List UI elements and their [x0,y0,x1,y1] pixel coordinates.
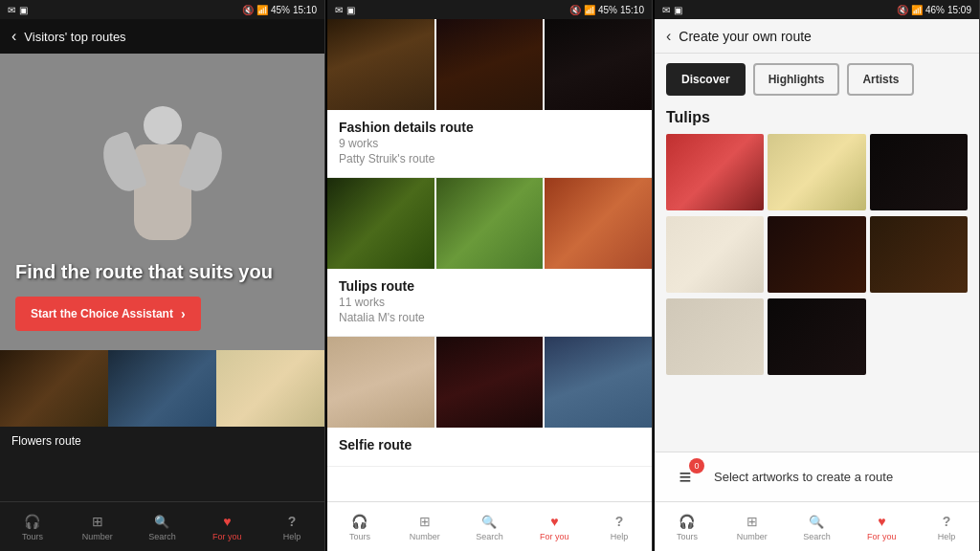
mute-icon-3: 🔇 [897,5,908,15]
wing-right [177,131,228,196]
art-item-tulip-dark[interactable] [870,134,968,210]
tab-foryou-2[interactable]: For you [522,509,587,545]
number-label-1: Number [82,532,113,541]
battery-text-2: 45% [598,5,617,15]
battery-text-3: 46% [925,5,945,15]
tab-number-3[interactable]: Number [720,509,785,545]
foryou-label-2: For you [540,532,569,541]
heart-icon-3 [878,513,885,530]
discover-tab-button[interactable]: Discover [666,63,746,96]
tab-bar-2: Tours Number Search For you Help [327,501,652,551]
panel-routes-list: ✉ ▣ 🔇 📶 45% 15:10 Fashion details route … [327,0,653,551]
category-tab-buttons: Discover Highlights Artists [655,54,979,105]
tab-tours-1[interactable]: Tours [0,509,65,545]
tab-tours-3[interactable]: Tours [655,509,720,545]
heart-icon-2 [550,513,558,530]
action-text: Select artworks to create a route [714,470,966,484]
back-button-3[interactable]: ‹ [666,28,671,45]
tab-help-2[interactable]: Help [587,509,652,545]
fashion-route-info: Fashion details route 9 works Patty Stru… [327,110,652,177]
help-label-2: Help [611,532,629,541]
tulips-route-info: Tulips route 11 works Natalia M's route [327,269,652,336]
fashion-img-1 [327,19,434,110]
nav-bar-1: ‹ Visitors' top routes [0,19,324,54]
art-item-portrait-collar[interactable] [768,216,865,293]
route-card-tulips[interactable]: Tulips route 11 works Natalia M's route [327,178,652,337]
search-icon-3 [809,513,824,530]
tab-search-3[interactable]: Search [785,509,850,545]
art-grid-row3 [666,298,968,375]
status-bar-left-2: ✉ ▣ [335,5,355,15]
thumbnail-2[interactable] [108,350,216,427]
foryou-label-1: For you [212,532,242,541]
statue-head [144,106,182,144]
help-label-1: Help [283,532,301,541]
art-item-lace[interactable] [666,298,764,375]
tours-icon-1 [24,513,40,530]
help-label-3: Help [938,532,956,541]
art-grid-row1 [666,134,968,210]
tab-number-1[interactable]: Number [65,509,130,545]
fashion-route-author: Patty Struik's route [339,152,640,165]
tab-help-3[interactable]: Help [914,509,979,545]
selfie-img-1 [327,337,434,428]
tours-icon-2 [351,513,368,530]
status-bar-left-3: ✉ ▣ [662,5,682,15]
tab-bar-1: Tours Number Search For you Help [0,501,324,551]
photo-icon: ▣ [19,5,28,15]
tulips-route-author: Natalia M's route [339,311,640,324]
search-label-3: Search [803,532,831,541]
battery-text: 45% [271,5,290,15]
artists-tab-button[interactable]: Artists [847,63,914,96]
tab-foryou-3[interactable]: For you [849,509,914,545]
status-bar-1: ✉ ▣ 🔇 📶 45% 15:10 [0,0,324,19]
status-bar-right-3: 🔇 📶 46% 15:09 [897,5,971,15]
fashion-route-name: Fashion details route [339,120,640,135]
tab-tours-2[interactable]: Tours [327,509,392,545]
choice-assistant-button[interactable]: Start the Choice Assistant › [15,297,201,331]
nav-title-1: Visitors' top routes [24,30,125,44]
foryou-label-3: For you [867,532,897,541]
art-item-empty [870,298,968,375]
selfie-img-2 [436,337,544,428]
thumbnail-1[interactable] [0,350,108,427]
tours-label-1: Tours [22,532,43,541]
signal-icon: 📶 [256,5,268,15]
message-icon-3: ✉ [662,5,670,15]
tours-label-2: Tours [349,532,370,541]
route-card-selfie[interactable]: Selfie route [327,337,652,467]
number-icon-2 [419,513,431,530]
heart-icon-1 [223,513,231,530]
route-card-fashion[interactable]: Fashion details route 9 works Patty Stru… [327,19,652,178]
panel2-content: Fashion details route 9 works Patty Stru… [327,19,652,501]
selfie-route-name: Selfie route [339,437,640,452]
message-icon: ✉ [8,5,15,15]
tab-search-2[interactable]: Search [457,509,523,545]
number-label-3: Number [737,532,768,541]
tab-help-1[interactable]: Help [259,509,324,545]
thumbnail-row [0,350,324,427]
tab-number-2[interactable]: Number [392,509,457,545]
art-item-tulip-yellow[interactable] [768,134,865,210]
panel1-content: Find the route that suits you Start the … [0,54,324,501]
thumbnail-3[interactable] [216,350,324,427]
tab-foryou-1[interactable]: For you [194,509,259,545]
tulips-route-name: Tulips route [339,278,640,294]
selfie-route-info: Selfie route [327,428,652,466]
art-item-flowers-dark[interactable] [870,216,968,293]
cta-arrow-icon: › [181,306,186,321]
tab-bar-3: Tours Number Search For you Help [655,501,979,551]
bottom-action-bar[interactable]: 0 Select artworks to create a route [655,452,979,501]
tulips-route-works: 11 works [339,296,640,309]
tab-search-1[interactable]: Search [130,509,195,545]
search-label-2: Search [476,532,503,541]
search-icon-1 [154,513,169,530]
hero-section: Find the route that suits you Start the … [0,54,324,350]
basket-icon-wrap[interactable]: 0 [668,460,702,495]
back-button-1[interactable]: ‹ [11,28,16,45]
art-item-tulip-red[interactable] [666,134,764,210]
search-label-1: Search [148,532,176,541]
art-item-dark-pattern[interactable] [768,298,865,375]
highlights-tab-button[interactable]: Highlights [753,63,840,96]
art-item-plate[interactable] [666,216,764,293]
